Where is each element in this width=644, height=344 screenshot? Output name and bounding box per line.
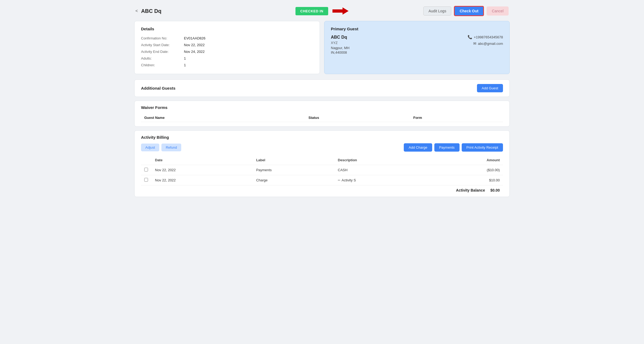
svg-marker-0	[332, 8, 349, 15]
waiver-forms-title: Waiver Forms	[141, 105, 503, 110]
details-row-confirmation: Confirmation No: EV01AAD826	[141, 35, 313, 42]
billing-col-amount: Amount	[430, 155, 503, 165]
page-header: < ABC Dq CHECKED IN Audit Logs Check Out…	[134, 3, 510, 21]
billing-toolbar-left: Adjust Refund	[141, 144, 181, 151]
table-row: Nov 22, 2022 Charge ✏Activity S $10.00	[141, 175, 503, 185]
end-date-value: Nov 24, 2022	[184, 50, 313, 54]
red-arrow-icon	[332, 6, 349, 16]
page-title: ABC Dq	[141, 8, 161, 14]
billing-toolbar: Adjust Refund Add Charge Payments Print …	[141, 143, 503, 152]
details-row-start: Activity Start Date: Nov 22, 2022	[141, 42, 313, 48]
adjust-button[interactable]: Adjust	[141, 144, 159, 151]
start-date-value: Nov 22, 2022	[184, 43, 313, 47]
edit-icon: ✏	[338, 178, 340, 182]
guest-email: ✉ abc@gmail.com	[473, 41, 503, 46]
add-charge-button[interactable]: Add Charge	[404, 143, 432, 152]
additional-guests-title: Additional Guests	[141, 86, 175, 90]
row2-description: ✏Activity S	[335, 175, 430, 185]
top-cards-row: Details Confirmation No: EV01AAD826 Acti…	[134, 21, 510, 74]
guest-location2: IN,440008	[331, 50, 349, 54]
row1-description: CASH	[335, 165, 430, 175]
phone-icon: 📞	[468, 35, 472, 39]
end-date-label: Activity End Date:	[141, 50, 184, 54]
header-left: < ABC Dq	[135, 8, 161, 14]
row2-check[interactable]	[141, 175, 152, 185]
header-center: CHECKED IN	[295, 6, 349, 16]
billing-table-body: Nov 22, 2022 Payments CASH ($10.00) Nov …	[141, 165, 503, 185]
row2-date: Nov 22, 2022	[152, 175, 253, 185]
row1-check[interactable]	[141, 165, 152, 175]
billing-table-header: Date Label Description Amount	[141, 155, 503, 165]
billing-col-label: Label	[253, 155, 335, 165]
billing-col-date: Date	[152, 155, 253, 165]
cancel-button[interactable]: Cancel	[487, 6, 509, 16]
checkout-button[interactable]: Check Out	[454, 6, 484, 16]
guest-subtitle: XYZ	[331, 41, 349, 45]
email-icon: ✉	[473, 41, 476, 46]
waiver-col-guest: Guest Name	[141, 114, 305, 122]
waiver-col-form: Form	[410, 114, 503, 122]
additional-guests-section: Additional Guests Add Guest	[134, 79, 510, 97]
billing-table: Date Label Description Amount Nov 22, 20…	[141, 155, 503, 185]
details-row-children: Children: 1	[141, 62, 313, 68]
phone-value: +19987654345678	[474, 35, 503, 39]
guest-name: ABC Dq	[331, 35, 349, 40]
audit-logs-button[interactable]: Audit Logs	[423, 6, 451, 16]
adults-value: 1	[184, 56, 313, 60]
billing-balance: Activity Balance $0.00	[456, 188, 500, 192]
balance-value: $0.00	[490, 188, 500, 192]
billing-toolbar-right: Add Charge Payments Print Activity Recei…	[404, 143, 503, 152]
children-value: 1	[184, 63, 313, 67]
billing-col-description: Description	[335, 155, 430, 165]
guest-info: ABC Dq XYZ Nagpur, MH IN,440008	[331, 35, 349, 55]
header-right: Audit Logs Check Out Cancel	[423, 6, 509, 16]
details-row-end: Activity End Date: Nov 24, 2022	[141, 48, 313, 55]
guest-body: ABC Dq XYZ Nagpur, MH IN,440008 📞 +19987…	[331, 35, 503, 55]
refund-button[interactable]: Refund	[161, 144, 181, 151]
back-button[interactable]: <	[135, 9, 138, 13]
children-label: Children:	[141, 63, 184, 67]
activity-billing-section: Activity Billing Adjust Refund Add Charg…	[134, 130, 510, 197]
row1-label: Payments	[253, 165, 335, 175]
details-row-adults: Adults: 1	[141, 55, 313, 62]
row1-checkbox[interactable]	[144, 168, 148, 171]
waiver-forms-section: Waiver Forms Guest Name Status Form	[134, 101, 510, 127]
confirmation-value: EV01AAD826	[184, 36, 313, 40]
row1-date: Nov 22, 2022	[152, 165, 253, 175]
additional-guests-header: Additional Guests Add Guest	[141, 84, 503, 92]
row2-checkbox[interactable]	[144, 178, 148, 182]
confirmation-label: Confirmation No:	[141, 36, 184, 40]
email-value: abc@gmail.com	[478, 42, 503, 46]
billing-col-check	[141, 155, 152, 165]
billing-footer: Activity Balance $0.00	[141, 185, 503, 192]
guest-contact: 📞 +19987654345678 ✉ abc@gmail.com	[468, 35, 503, 55]
details-table: Confirmation No: EV01AAD826 Activity Sta…	[141, 35, 313, 68]
primary-guest-title: Primary Guest	[331, 27, 503, 31]
guest-phone: 📞 +19987654345678	[468, 35, 503, 39]
row2-label: Charge	[253, 175, 335, 185]
adults-label: Adults:	[141, 56, 184, 60]
primary-guest-card: Primary Guest ABC Dq XYZ Nagpur, MH IN,4…	[324, 21, 510, 74]
billing-title: Activity Billing	[141, 135, 503, 140]
details-card: Details Confirmation No: EV01AAD826 Acti…	[134, 21, 320, 74]
waiver-table-header: Guest Name Status Form	[141, 114, 503, 122]
waiver-table: Guest Name Status Form	[141, 114, 503, 122]
table-row: Nov 22, 2022 Payments CASH ($10.00)	[141, 165, 503, 175]
print-receipt-button[interactable]: Print Activity Receipt	[462, 143, 503, 152]
waiver-col-status: Status	[305, 114, 410, 122]
details-card-title: Details	[141, 27, 313, 31]
checked-in-badge: CHECKED IN	[295, 7, 328, 15]
guest-location1: Nagpur, MH	[331, 46, 349, 50]
start-date-label: Activity Start Date:	[141, 43, 184, 47]
row2-amount: $10.00	[430, 175, 503, 185]
payments-button[interactable]: Payments	[434, 143, 460, 152]
add-guest-button[interactable]: Add Guest	[477, 84, 503, 92]
balance-label: Activity Balance	[456, 188, 485, 192]
row1-amount: ($10.00)	[430, 165, 503, 175]
